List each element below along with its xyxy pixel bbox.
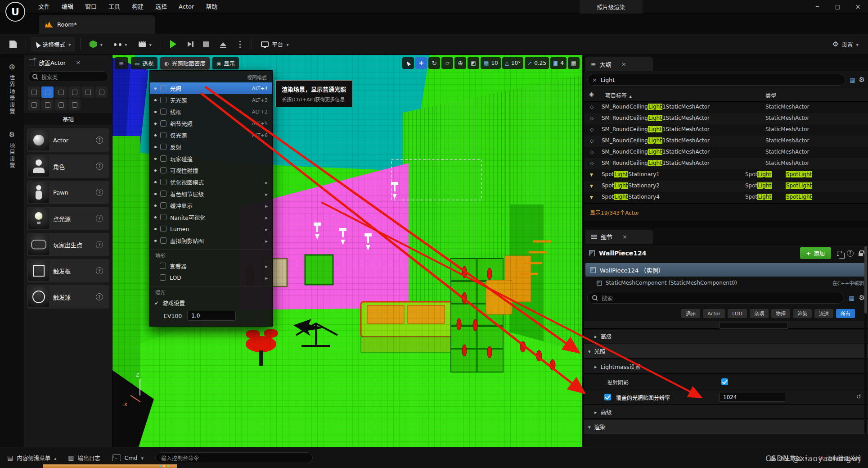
scale-tool-button[interactable] (441, 57, 453, 69)
view-mode-option[interactable]: 无光照 ALT+3 (150, 94, 272, 106)
outliner-row[interactable]: SpotLightStationary4 SpotLight SpotLight (584, 192, 868, 203)
eject-button[interactable] (216, 37, 230, 52)
viewport[interactable]: 透视 光照贴图密度 显示 10 10° 0.25 4 视图模式 (112, 55, 582, 447)
add-component-button[interactable]: 添加 (800, 247, 832, 259)
outliner-row[interactable]: SM_RoundCeilingLight1StaticMeshActor Sta… (584, 158, 868, 169)
move-tool-button[interactable] (415, 57, 427, 69)
clear-search-icon[interactable] (592, 77, 597, 83)
place-item[interactable]: 触发球 (27, 285, 109, 309)
camera-speed-button[interactable]: 4 (550, 57, 567, 69)
place-category-button[interactable] (68, 99, 81, 110)
game-settings-option[interactable]: 游戏设置 (150, 297, 272, 309)
help-icon[interactable] (847, 250, 854, 257)
place-category-button[interactable] (82, 86, 94, 98)
view-mode-option[interactable]: 仅光照 ALT+6 (150, 129, 272, 141)
save-button[interactable] (5, 37, 21, 52)
filter-chip[interactable]: 通用 (681, 309, 700, 318)
new-folder-icon[interactable] (850, 77, 855, 83)
place-item[interactable]: 角色 (27, 154, 109, 178)
label-column-header[interactable]: 项目标签 (605, 91, 632, 99)
select-mode-dropdown[interactable]: 选择模式 (31, 37, 75, 52)
cmd-dropdown[interactable]: Cmd (112, 454, 144, 461)
details-tab[interactable]: 细节 (585, 230, 653, 244)
details-search-input[interactable]: 搜索 (587, 292, 844, 304)
view-mode-option[interactable]: 光照 ALT+4 (150, 82, 272, 94)
outliner-tab[interactable]: 大纲 (585, 57, 653, 71)
outliner-row[interactable]: SpotLightStationary2 SpotLight SpotLight (584, 181, 868, 192)
lock-icon[interactable] (859, 253, 863, 256)
blueprints-dropdown[interactable] (110, 37, 131, 52)
display-options-icon[interactable] (849, 295, 854, 301)
scrollbar-thumb[interactable] (864, 246, 867, 314)
view-mode-option[interactable]: 线框 ALT+2 (150, 106, 272, 118)
view-mode-option[interactable]: 反射 (150, 141, 272, 153)
console-input[interactable]: 输入控制台命令 (155, 452, 313, 463)
perspective-dropdown[interactable]: 透视 (131, 57, 157, 69)
section-advanced-1[interactable]: 高级 (584, 330, 868, 343)
settings-dropdown[interactable]: 设置 (828, 37, 863, 52)
menu-item[interactable]: 选择 (149, 0, 173, 14)
viewport-options-button[interactable] (115, 57, 128, 69)
view-mode-option[interactable]: Lumen (150, 223, 272, 235)
output-log-button[interactable]: 输出日志 (68, 454, 100, 462)
surface-snap-button[interactable] (468, 57, 479, 69)
place-item[interactable]: Actor (27, 128, 109, 152)
menu-item[interactable]: 编辑 (56, 0, 79, 14)
place-category-button[interactable] (68, 86, 81, 98)
project-settings-tab[interactable]: 项目设置 (0, 131, 24, 169)
section-advanced-2[interactable]: 高级 (584, 405, 868, 419)
component-row[interactable]: StaticMeshComponent (StaticMeshComponent… (584, 277, 868, 288)
menu-item[interactable]: 构建 (126, 0, 149, 14)
section-rendering[interactable]: 渲染 (584, 420, 868, 434)
place-search-input[interactable]: 搜索类 (28, 71, 108, 82)
terrain-option[interactable]: LOD (150, 272, 272, 283)
close-button[interactable] (848, 0, 868, 14)
filter-chip[interactable]: 流送 (814, 309, 833, 318)
place-item[interactable]: Pawn (27, 181, 109, 204)
override-checkbox[interactable] (604, 394, 611, 400)
world-settings-tab[interactable]: 世界场景设置 (0, 62, 24, 115)
close-icon[interactable] (76, 59, 81, 66)
scale-snap-button[interactable]: 0.25 (525, 57, 549, 69)
view-mode-dropdown[interactable]: 光照贴图密度 (160, 57, 210, 69)
place-category-button[interactable] (95, 86, 108, 98)
menu-item[interactable]: Actor (173, 0, 200, 14)
filter-chip[interactable]: Actor (703, 309, 725, 318)
filter-chip[interactable]: 杂项 (750, 309, 769, 318)
show-dropdown[interactable]: 显示 (212, 57, 239, 69)
place-category-button[interactable] (55, 86, 67, 98)
place-category-button[interactable] (28, 99, 40, 110)
view-mode-option[interactable]: 玩家碰撞 (150, 153, 272, 164)
rotation-snap-button[interactable]: 10° (502, 57, 524, 69)
terrain-option[interactable]: 查看器 (150, 260, 272, 272)
filter-chip[interactable]: 渲染 (793, 309, 812, 318)
view-mode-option[interactable]: 可视性碰撞 (150, 164, 272, 176)
outliner-row[interactable]: SM_RoundCeilingLight1StaticMeshActor Sta… (584, 124, 868, 136)
platforms-dropdown[interactable]: 平台 (257, 37, 293, 52)
select-tool-button[interactable] (402, 57, 414, 69)
outliner-settings-icon[interactable] (859, 76, 865, 84)
rotate-tool-button[interactable] (428, 57, 440, 69)
selected-instance-row[interactable]: WallPiece124 （实例） (585, 263, 867, 277)
place-item[interactable]: 触发框 (27, 259, 109, 282)
place-item[interactable]: 玩家出生点 (27, 233, 109, 256)
place-category-button[interactable] (41, 99, 54, 110)
world-coords-button[interactable] (454, 57, 466, 69)
minimize-button[interactable] (807, 0, 828, 14)
filter-chip[interactable]: LOD (728, 309, 747, 318)
content-drawer-button[interactable]: 内容侧滑菜单 (7, 454, 56, 462)
outliner-row[interactable]: SpotLightStationary1 SpotLight SpotLight (584, 169, 868, 181)
view-mode-option[interactable]: Nanite可视化 (150, 211, 272, 223)
menu-item[interactable]: 文件 (32, 0, 56, 14)
ev100-input[interactable]: 1.0 (187, 311, 236, 321)
tab-room[interactable]: Room* (39, 15, 155, 34)
browse-icon[interactable] (837, 251, 842, 256)
play-options-button[interactable] (234, 37, 247, 52)
section-lightmass[interactable]: Lightmass设置 (584, 359, 868, 374)
outliner-row[interactable]: SM_RoundCeilingLight1StaticMeshActor Sta… (584, 113, 868, 124)
frame-skip-button[interactable] (184, 37, 196, 52)
maximize-button[interactable] (828, 0, 848, 14)
place-category-button[interactable] (55, 99, 67, 110)
details-settings-icon[interactable] (859, 294, 865, 302)
cast-shadow-checkbox[interactable] (721, 378, 728, 385)
